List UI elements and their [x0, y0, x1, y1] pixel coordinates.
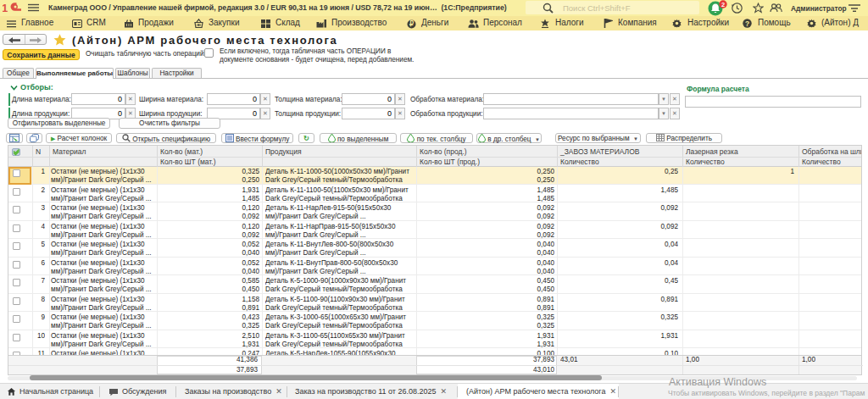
svg-text:1: 1 [3, 2, 8, 14]
svg-text:?: ? [745, 19, 749, 28]
svg-text:₽: ₽ [409, 19, 414, 28]
svg-text:2: 2 [721, 1, 725, 8]
